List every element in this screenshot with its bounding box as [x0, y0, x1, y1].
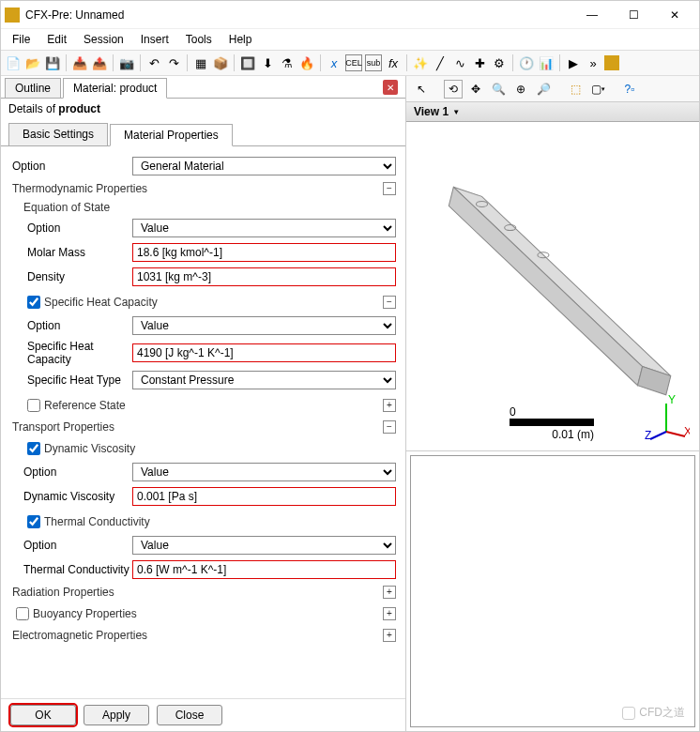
flame-icon[interactable]: 🔥 — [298, 54, 315, 71]
new-icon[interactable]: 📄 — [5, 54, 22, 71]
refstate-checkbox[interactable] — [27, 399, 40, 412]
buoyancy-header[interactable]: Buoyancy Properties + — [10, 604, 396, 623]
dynvisc-header[interactable]: Dynamic Viscosity — [10, 439, 396, 458]
mesh-icon[interactable]: ▦ — [192, 54, 209, 71]
sub-icon[interactable]: sub — [365, 54, 382, 71]
tab-outline[interactable]: Outline — [5, 78, 61, 98]
flask-icon[interactable]: ⚗ — [279, 54, 296, 71]
expand-icon[interactable]: + — [383, 586, 396, 599]
stack-icon[interactable] — [604, 55, 619, 70]
more-icon[interactable]: » — [585, 54, 601, 71]
svg-marker-1 — [449, 187, 642, 385]
maximize-button[interactable]: ☐ — [613, 2, 654, 28]
view-header[interactable]: View 1▼ — [406, 102, 699, 122]
dynvisc-input[interactable] — [132, 487, 396, 506]
expand-icon[interactable]: + — [383, 629, 396, 642]
shc-checkbox[interactable] — [27, 296, 40, 309]
dynvisc-option-select[interactable]: Value — [132, 463, 396, 481]
expand-icon[interactable]: + — [383, 607, 396, 620]
close-tab-icon[interactable]: ✕ — [383, 80, 398, 95]
svg-text:Z: Z — [645, 429, 651, 441]
minimize-button[interactable]: — — [571, 2, 613, 28]
electro-header[interactable]: Electromagnetic Properties + — [10, 629, 396, 642]
ok-button[interactable]: OK — [10, 705, 76, 725]
sht-select[interactable]: Constant Pressure — [132, 371, 396, 389]
menu-session[interactable]: Session — [76, 31, 131, 48]
3d-viewport[interactable]: 0 0.01 (m) Y X Z — [406, 122, 699, 451]
save-icon[interactable]: 💾 — [44, 54, 61, 71]
curve-icon[interactable]: ∿ — [451, 54, 468, 71]
pointer-icon[interactable]: ↖ — [412, 80, 431, 99]
molar-mass-label: Molar Mass — [10, 246, 132, 259]
clock-icon[interactable]: 🕐 — [518, 54, 535, 71]
thermcond-label: Thermal Conductivity — [10, 563, 132, 576]
gear-icon[interactable]: ⚙ — [491, 54, 508, 71]
svg-line-8 — [650, 432, 666, 439]
tab-basic-settings[interactable]: Basic Settings — [8, 123, 108, 145]
radiation-header[interactable]: Radiation Properties + — [10, 586, 396, 599]
tab-material[interactable]: Material: product — [63, 78, 167, 99]
expand-icon[interactable]: + — [383, 399, 396, 412]
thermcond-option-label: Option — [10, 539, 132, 552]
axis-triad-icon: Y X Z — [643, 394, 690, 441]
source-icon[interactable]: ⬇ — [259, 54, 276, 71]
run-icon[interactable]: ▶ — [565, 54, 582, 71]
close-window-button[interactable]: ✕ — [654, 2, 695, 28]
undo-icon[interactable]: ↶ — [145, 54, 162, 71]
chart-icon[interactable]: 📊 — [538, 54, 555, 71]
line-icon[interactable]: ╱ — [432, 54, 449, 71]
shc-option-select[interactable]: Value — [132, 316, 396, 335]
menu-tools[interactable]: Tools — [178, 31, 220, 48]
menu-file[interactable]: File — [5, 31, 38, 48]
close-button[interactable]: Close — [157, 705, 222, 725]
thermcond-input[interactable] — [132, 560, 396, 579]
zoom-fit-icon[interactable]: ⊕ — [511, 80, 530, 99]
menu-edit[interactable]: Edit — [39, 31, 74, 48]
shc-input[interactable] — [132, 343, 396, 362]
refstate-header[interactable]: Reference State + — [10, 396, 396, 415]
collapse-icon[interactable]: − — [383, 182, 396, 195]
option-select[interactable]: General Material — [132, 157, 396, 175]
molar-mass-input[interactable] — [132, 243, 396, 262]
shc-header[interactable]: Specific Heat Capacity − — [10, 293, 396, 312]
buoyancy-checkbox[interactable] — [16, 607, 29, 620]
eos-option-select[interactable]: Value — [132, 219, 396, 237]
eos-header[interactable]: Equation of State — [10, 201, 396, 214]
fx-icon[interactable]: fx — [385, 54, 402, 71]
thermcond-header[interactable]: Thermal Conductivity — [10, 512, 396, 531]
redo-icon[interactable]: ↷ — [165, 54, 182, 71]
tab-material-properties[interactable]: Material Properties — [110, 124, 233, 146]
select-icon[interactable]: ⬚ — [566, 80, 585, 99]
cel-icon[interactable]: CEL — [345, 54, 362, 71]
zoom-in-icon[interactable]: 🔍 — [489, 80, 508, 99]
menu-help[interactable]: Help — [221, 31, 260, 48]
app-icon — [5, 8, 20, 23]
rotate-icon[interactable]: ⟲ — [444, 80, 463, 99]
lower-viewport[interactable]: CFD之道 — [410, 455, 695, 727]
sht-label: Specific Heat Type — [10, 374, 132, 387]
apply-button[interactable]: Apply — [84, 705, 149, 725]
thermo-header[interactable]: Thermodynamic Properties − — [10, 182, 396, 195]
camera-icon[interactable]: 📷 — [118, 54, 135, 71]
menu-insert[interactable]: Insert — [133, 31, 176, 48]
pan-icon[interactable]: ✥ — [466, 80, 485, 99]
zoom-box-icon[interactable]: 🔎 — [534, 80, 553, 99]
thermcond-checkbox[interactable] — [27, 515, 40, 528]
plus-icon[interactable]: ✚ — [471, 54, 488, 71]
help-icon[interactable]: ?▫ — [620, 80, 639, 99]
export-icon[interactable]: 📤 — [91, 54, 108, 71]
collapse-icon[interactable]: − — [383, 420, 396, 434]
open-icon[interactable]: 📂 — [24, 54, 41, 71]
domain-icon[interactable]: 📦 — [212, 54, 229, 71]
import-icon[interactable]: 📥 — [71, 54, 88, 71]
transport-header[interactable]: Transport Properties − — [10, 420, 396, 434]
collapse-icon[interactable]: − — [383, 296, 396, 309]
watermark: CFD之道 — [622, 705, 685, 721]
dynvisc-checkbox[interactable] — [27, 442, 40, 455]
wand-icon[interactable]: ✨ — [412, 54, 429, 71]
expression-x-icon[interactable]: x — [326, 54, 342, 71]
render-icon[interactable]: ▢▾ — [588, 80, 607, 99]
boundary-icon[interactable]: 🔲 — [239, 54, 256, 71]
density-input[interactable] — [132, 267, 396, 286]
thermcond-option-select[interactable]: Value — [132, 536, 396, 555]
